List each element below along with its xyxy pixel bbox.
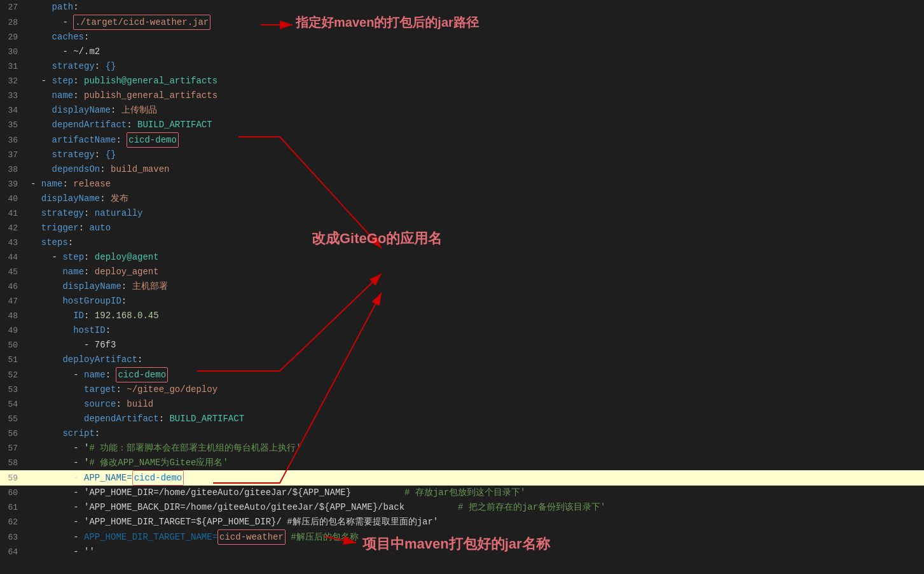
- line-number: 38: [0, 163, 25, 177]
- line-content: - step: deploy@agent: [25, 250, 924, 264]
- line-number: 46: [0, 280, 25, 294]
- line-number: 29: [0, 31, 25, 45]
- line-number: 53: [0, 383, 25, 397]
- code-line: 28 - ./target/cicd-weather.jar: [0, 15, 924, 30]
- code-line: 56 script:: [0, 426, 924, 441]
- line-number: 41: [0, 207, 25, 221]
- code-line: 43 steps:: [0, 235, 924, 250]
- line-number: 50: [0, 339, 25, 353]
- code-line: 58 - '# 修改APP_NAME为Gitee应用名': [0, 456, 924, 470]
- code-line: 38 dependsOn: build_maven: [0, 162, 924, 177]
- line-content: source: build: [25, 397, 924, 411]
- line-content: - 'APP_HOME_BACK_DIR=/home/giteeAuto/git…: [25, 500, 924, 514]
- line-number: 60: [0, 486, 25, 500]
- line-number: 52: [0, 368, 25, 382]
- line-number: 63: [0, 531, 25, 545]
- code-line: 39- name: release: [0, 177, 924, 192]
- line-number: 33: [0, 89, 25, 103]
- line-number: 45: [0, 265, 25, 279]
- code-line: 49 hostID:: [0, 323, 924, 338]
- line-content: - 'APP_HOME_DIR=/home/giteeAuto/giteeJar…: [25, 486, 924, 500]
- code-line: 52 - name: cicd-demo: [0, 367, 924, 382]
- code-line: 48 ID: 192.168.0.45: [0, 309, 924, 323]
- code-line: 31 strategy: {}: [0, 59, 924, 74]
- line-content: displayName: 发布: [25, 192, 924, 206]
- code-line: 44 - step: deploy@agent: [0, 250, 924, 265]
- line-content: dependArtifact: BUILD_ARTIFACT: [25, 412, 924, 426]
- line-number: 49: [0, 324, 25, 338]
- code-line: 64 - '': [0, 545, 924, 559]
- line-number: 59: [0, 472, 25, 486]
- line-number: 43: [0, 236, 25, 250]
- line-content: displayName: 上传制品: [25, 103, 924, 117]
- line-number: 47: [0, 295, 25, 309]
- line-number: 40: [0, 192, 25, 206]
- line-content: - 76f3: [25, 338, 924, 352]
- line-number: 27: [0, 1, 25, 15]
- line-content: caches:: [25, 30, 924, 44]
- line-number: 51: [0, 353, 25, 367]
- line-number: 42: [0, 221, 25, 235]
- code-line: 33 name: publish_general_artifacts: [0, 88, 924, 103]
- line-content: - APP_NAME=cicd-demo: [25, 470, 924, 486]
- line-content: - '': [25, 545, 924, 559]
- line-content: strategy: {}: [25, 148, 924, 162]
- code-line: 42 trigger: auto: [0, 221, 924, 235]
- line-content: deployArtifact:: [25, 353, 924, 367]
- code-line: 29 caches:: [0, 30, 924, 45]
- line-number: 37: [0, 148, 25, 162]
- line-content: name: publish_general_artifacts: [25, 88, 924, 102]
- line-content: - '# 修改APP_NAME为Gitee应用名': [25, 456, 924, 470]
- line-content: - '# 功能：部署脚本会在部署主机组的每台机器上执行': [25, 441, 924, 455]
- line-number: 35: [0, 118, 25, 132]
- line-number: 32: [0, 74, 25, 88]
- line-content: - name: cicd-demo: [25, 367, 924, 382]
- line-content: artifactName: cicd-demo: [25, 132, 924, 148]
- code-line: 37 strategy: {}: [0, 148, 924, 162]
- line-number: 64: [0, 545, 25, 559]
- line-content: steps:: [25, 235, 924, 249]
- code-line: 60 - 'APP_HOME_DIR=/home/giteeAuto/gitee…: [0, 486, 924, 500]
- code-line: 63 - APP_HOME_DIR_TARGET_NAME=cicd-weath…: [0, 529, 924, 545]
- line-content: target: ~/gitee_go/deploy: [25, 382, 924, 396]
- line-number: 39: [0, 178, 25, 192]
- code-line: 40 displayName: 发布: [0, 192, 924, 206]
- code-line: 61 - 'APP_HOME_BACK_DIR=/home/giteeAuto/…: [0, 500, 924, 515]
- code-line: 46 displayName: 主机部署: [0, 279, 924, 294]
- line-content: path:: [25, 0, 924, 14]
- line-content: script:: [25, 426, 924, 440]
- line-content: - step: publish@general_artifacts: [25, 74, 924, 88]
- line-number: 58: [0, 456, 25, 470]
- line-content: - name: release: [25, 177, 924, 191]
- line-content: - 'APP_HOME_DIR_TARGET=${APP_HOME_DIR}/ …: [25, 515, 924, 529]
- code-line: 55 dependArtifact: BUILD_ARTIFACT: [0, 412, 924, 426]
- code-line: 47 hostGroupID:: [0, 294, 924, 309]
- line-content: - APP_HOME_DIR_TARGET_NAME=cicd-weather …: [25, 529, 924, 545]
- line-number: 56: [0, 427, 25, 441]
- code-container: 27 path:28 - ./target/cicd-weather.jar29…: [0, 0, 924, 574]
- line-number: 57: [0, 442, 25, 456]
- code-line: 45 name: deploy_agent: [0, 265, 924, 279]
- line-number: 34: [0, 104, 25, 118]
- line-number: 48: [0, 309, 25, 323]
- line-number: 30: [0, 45, 25, 59]
- line-content: hostGroupID:: [25, 294, 924, 308]
- code-line: 35 dependArtifact: BUILD_ARTIFACT: [0, 118, 924, 132]
- line-content: hostID:: [25, 323, 924, 337]
- lines-container: 27 path:28 - ./target/cicd-weather.jar29…: [0, 0, 924, 559]
- line-number: 36: [0, 134, 25, 148]
- line-content: dependArtifact: BUILD_ARTIFACT: [25, 118, 924, 132]
- code-line: 36 artifactName: cicd-demo: [0, 132, 924, 148]
- line-number: 28: [0, 16, 25, 30]
- code-line: 54 source: build: [0, 397, 924, 412]
- line-content: strategy: naturally: [25, 206, 924, 220]
- line-content: name: deploy_agent: [25, 265, 924, 279]
- line-content: - ./target/cicd-weather.jar: [25, 15, 924, 30]
- code-line: 27 path:: [0, 0, 924, 15]
- code-line: 32 - step: publish@general_artifacts: [0, 74, 924, 88]
- code-line: 62 - 'APP_HOME_DIR_TARGET=${APP_HOME_DIR…: [0, 515, 924, 529]
- line-content: trigger: auto: [25, 221, 924, 235]
- line-content: strategy: {}: [25, 59, 924, 73]
- code-line: 34 displayName: 上传制品: [0, 103, 924, 118]
- line-number: 54: [0, 398, 25, 412]
